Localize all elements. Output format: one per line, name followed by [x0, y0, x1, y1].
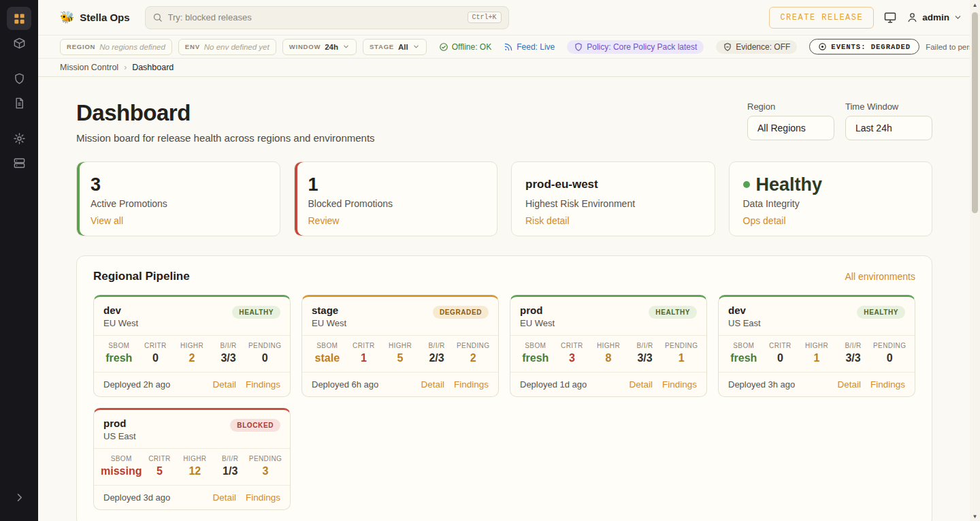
- findings-link[interactable]: Findings: [454, 379, 489, 390]
- scroll-up-arrow[interactable]: ▲: [970, 0, 980, 10]
- deployed-time: Deployed 1d ago: [520, 379, 587, 390]
- sidebar-expand-button[interactable]: [7, 486, 31, 509]
- metric-value: 1: [346, 352, 382, 364]
- evidence-status: Evidence: OFF: [716, 40, 797, 54]
- metrics-row: SBOMfresh CRITR0 HIGHR1 B/I/R3/3 PENDING…: [719, 335, 915, 373]
- rss-icon: [504, 42, 513, 52]
- user-menu[interactable]: admin: [906, 12, 962, 23]
- metric-value: 0: [137, 352, 174, 364]
- findings-link[interactable]: Findings: [246, 492, 280, 503]
- scrollbar[interactable]: ▲ ▼: [970, 0, 980, 521]
- brand[interactable]: 🐝 Stella Ops: [60, 10, 130, 25]
- metric-value: 3: [248, 465, 283, 477]
- breadcrumb-mission-control[interactable]: Mission Control: [60, 63, 118, 72]
- stat-value: prod-eu-west: [525, 172, 701, 197]
- metric-bir: B/I/R1/3: [212, 455, 248, 477]
- findings-link[interactable]: Findings: [662, 379, 697, 390]
- chevron-down-icon: [412, 43, 420, 50]
- sidebar-item-releases[interactable]: [7, 31, 31, 54]
- env-filter-pill[interactable]: ENV No env defined yet: [178, 39, 276, 55]
- events-status-pill[interactable]: EVENTS: DEGRADED: [809, 39, 919, 54]
- env-card-header: prod EU West HEALTHY: [510, 297, 706, 335]
- stat-value: Healthy: [756, 174, 823, 195]
- metric-value: 3/3: [210, 352, 247, 364]
- region-pill-value: No regions defined: [99, 43, 165, 51]
- metric-highr: HIGHR8: [590, 342, 627, 364]
- stage-pill-value: All: [398, 43, 408, 51]
- environment-name: prod: [520, 304, 555, 316]
- detail-link[interactable]: Detail: [837, 379, 861, 390]
- sidebar-item-settings[interactable]: [7, 127, 31, 150]
- findings-link[interactable]: Findings: [870, 379, 905, 390]
- sidebar-item-dashboard[interactable]: [7, 7, 31, 30]
- metric-value: 5: [382, 352, 419, 364]
- user-name: admin: [922, 12, 949, 22]
- metric-value: missing: [101, 465, 142, 477]
- stat-value: 1: [308, 172, 484, 197]
- detail-link[interactable]: Detail: [629, 379, 653, 390]
- display-mode-button[interactable]: [883, 11, 897, 25]
- stage-filter-pill[interactable]: STAGE All: [363, 39, 427, 55]
- sidebar-item-policies[interactable]: [7, 67, 31, 90]
- metric-label: HIGHR: [798, 342, 835, 349]
- window-filter-pill[interactable]: WINDOW 24h: [282, 39, 357, 55]
- all-environments-link[interactable]: All environments: [845, 271, 916, 282]
- metric-label: HIGHR: [174, 342, 210, 349]
- context-bar: REGION No regions defined ENV No env def…: [38, 35, 980, 59]
- metric-label: CRITR: [137, 342, 174, 349]
- risk-detail-link[interactable]: Risk detail: [525, 215, 570, 226]
- metric-critr: CRITR3: [554, 342, 591, 364]
- environment-region: US East: [103, 431, 136, 441]
- metric-value: 0: [762, 352, 799, 364]
- metrics-row: SBOMfresh CRITR3 HIGHR8 B/I/R3/3 PENDING…: [510, 335, 706, 373]
- environment-name: prod: [103, 417, 136, 429]
- scrollbar-track[interactable]: [970, 10, 980, 511]
- window-pill-label: WINDOW: [289, 43, 321, 50]
- metrics-row: SBOMstale CRITR1 HIGHR5 B/I/R2/3 PENDING…: [302, 335, 498, 373]
- metrics-row: SBOMmissing CRITR5 HIGHR12 B/I/R1/3 PEND…: [94, 448, 290, 486]
- metric-label: PENDING: [871, 342, 908, 349]
- status-badge: HEALTHY: [857, 306, 905, 319]
- scroll-down-arrow[interactable]: ▼: [970, 511, 980, 521]
- sidebar-item-documents[interactable]: [7, 91, 31, 114]
- deployed-time: Deployed 3d ago: [103, 492, 170, 503]
- metric-sbom: SBOMmissing: [101, 455, 142, 477]
- env-card-dev-eu-west: dev EU West HEALTHY SBOMfresh CRITR0 HIG…: [93, 295, 291, 397]
- stat-value: 3: [91, 172, 266, 197]
- detail-link[interactable]: Detail: [421, 379, 444, 390]
- global-search[interactable]: Ctrl+K: [145, 6, 509, 29]
- create-release-button[interactable]: CREATE RELEASE: [769, 7, 874, 29]
- metric-sbom: SBOMfresh: [101, 342, 137, 364]
- review-link[interactable]: Review: [308, 215, 340, 226]
- metric-pending: PENDING2: [455, 342, 491, 364]
- metric-pending: PENDING3: [248, 455, 283, 477]
- env-pill-value: No env defined yet: [204, 43, 270, 51]
- detail-link[interactable]: Detail: [212, 379, 236, 390]
- offline-status: Offline: OK: [439, 42, 491, 52]
- findings-link[interactable]: Findings: [246, 379, 280, 390]
- metric-sbom: SBOMstale: [309, 342, 346, 364]
- metric-label: CRITR: [762, 342, 799, 349]
- metric-value: 2: [455, 352, 491, 364]
- env-card-prod-us-east: prod US East BLOCKED SBOMmissing CRITR5 …: [93, 408, 291, 510]
- region-filter-pill[interactable]: REGION No regions defined: [60, 39, 172, 55]
- package-icon: [13, 37, 26, 50]
- chevron-down-icon: [953, 13, 962, 22]
- metric-bir: B/I/R3/3: [210, 342, 247, 364]
- region-select[interactable]: All Regions: [747, 116, 834, 140]
- env-card-footer: Deployed 3d ago DetailFindings: [94, 486, 290, 509]
- metric-pending: PENDING0: [246, 342, 283, 364]
- view-all-link[interactable]: View all: [91, 215, 123, 226]
- page-header: Dashboard Mission board for release heal…: [76, 100, 932, 144]
- scrollbar-thumb[interactable]: [972, 12, 978, 213]
- metric-value: stale: [309, 352, 346, 364]
- env-card-dev-us-east: dev US East HEALTHY SBOMfresh CRITR0 HIG…: [718, 295, 915, 397]
- search-input[interactable]: [168, 12, 462, 22]
- detail-link[interactable]: Detail: [212, 492, 236, 503]
- time-window-select[interactable]: Last 24h: [845, 116, 932, 140]
- sidebar-item-infrastructure[interactable]: [7, 151, 31, 174]
- metric-value: fresh: [101, 352, 137, 364]
- ops-detail-link[interactable]: Ops detail: [743, 215, 786, 226]
- metric-critr: CRITR0: [137, 342, 174, 364]
- main-content: Dashboard Mission board for release heal…: [38, 77, 980, 521]
